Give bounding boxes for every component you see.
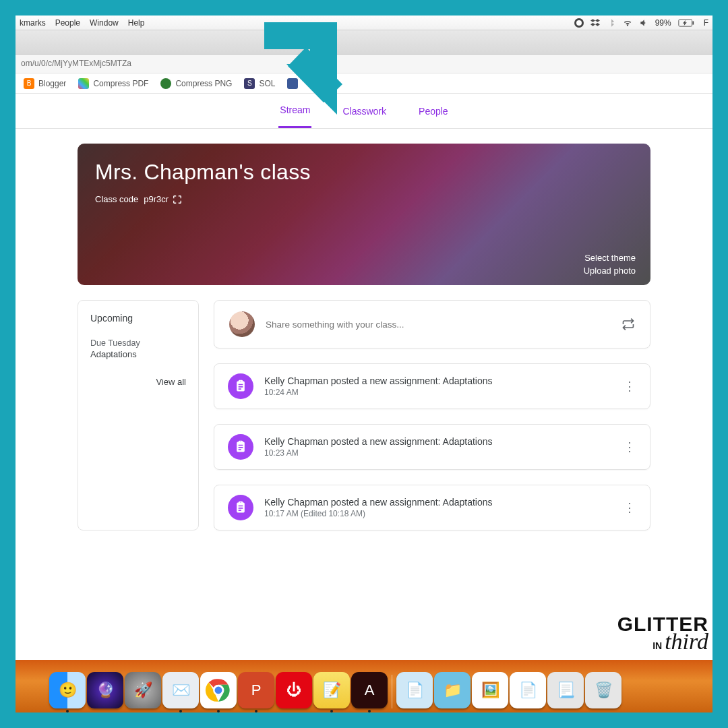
dock-launchpad[interactable]: 🚀 bbox=[125, 672, 161, 708]
dock-chrome[interactable] bbox=[200, 672, 237, 708]
annotation-arrow-icon bbox=[256, 13, 347, 115]
post-time: 10:24 AM bbox=[264, 388, 612, 397]
bookmark-label: Compress PNG bbox=[175, 79, 232, 88]
menu-cut-right: F bbox=[704, 18, 708, 28]
bluetooth-icon[interactable] bbox=[607, 18, 616, 28]
dock-word-doc[interactable]: 📄 bbox=[396, 672, 433, 708]
post-text: Kelly Chapman posted a new assignment: A… bbox=[264, 497, 612, 508]
stream-post[interactable]: Kelly Chapman posted a new assignment: A… bbox=[214, 424, 650, 470]
svg-rect-1 bbox=[692, 21, 694, 24]
assignment-icon bbox=[228, 495, 253, 520]
dock-folder[interactable]: 📁 bbox=[434, 672, 471, 708]
watermark: GLITTER IN third bbox=[617, 615, 708, 652]
watermark-line2: IN bbox=[653, 640, 662, 651]
dock-chrome-doc[interactable]: 📄 bbox=[510, 672, 546, 708]
address-bar[interactable]: om/u/0/c/MjYyMTExMjc5MTZa bbox=[16, 55, 712, 73]
dock-trash[interactable]: 🗑️ bbox=[585, 672, 621, 708]
dock-powerpoint[interactable]: P bbox=[238, 672, 274, 708]
post-time: 10:23 AM bbox=[264, 448, 612, 458]
post-menu-icon[interactable]: ⋮ bbox=[623, 439, 636, 454]
tab-classwork[interactable]: Classwork bbox=[341, 95, 388, 127]
bookmark-compress-png[interactable]: Compress PNG bbox=[160, 78, 232, 89]
bookmark-blogger[interactable]: B Blogger bbox=[24, 78, 66, 89]
upcoming-due: Due Tuesday bbox=[90, 338, 186, 348]
class-code: p9r3cr bbox=[144, 194, 169, 204]
dock-mail[interactable]: ✉️ bbox=[162, 672, 199, 708]
post-text: Kelly Chapman posted a new assignment: A… bbox=[264, 375, 612, 386]
dock-image[interactable]: 🖼️ bbox=[472, 672, 508, 708]
post-time: 10:17 AM (Edited 10:18 AM) bbox=[264, 509, 612, 518]
upcoming-assignment[interactable]: Adaptations bbox=[90, 349, 186, 359]
svg-point-4 bbox=[214, 686, 222, 694]
assignment-icon bbox=[228, 434, 253, 460]
assignment-icon bbox=[228, 373, 253, 399]
battery-icon[interactable] bbox=[678, 19, 694, 27]
volume-icon[interactable] bbox=[639, 18, 648, 28]
upcoming-card: Upcoming Due Tuesday Adaptations View al… bbox=[78, 300, 199, 530]
post-text: Kelly Chapman posted a new assignment: A… bbox=[264, 436, 612, 447]
screencast-icon[interactable] bbox=[574, 18, 584, 28]
upload-photo-link[interactable]: Upload photo bbox=[584, 266, 636, 276]
view-all-link[interactable]: View all bbox=[90, 377, 186, 387]
post-menu-icon[interactable]: ⋮ bbox=[623, 379, 636, 394]
dock-acrobat[interactable]: A bbox=[351, 672, 388, 708]
class-title: Mrs. Chapman's class bbox=[95, 160, 633, 185]
dock-shutdown[interactable]: ⏻ bbox=[276, 672, 312, 708]
menu-people[interactable]: People bbox=[55, 18, 80, 28]
dock: 🙂 🔮 🚀 ✉️ P ⏻ 📝 A 📄 📁 🖼️ 📄 📃 🗑️ bbox=[49, 665, 679, 708]
share-box[interactable] bbox=[214, 300, 650, 348]
dropbox-icon[interactable] bbox=[590, 18, 600, 28]
stream-post[interactable]: Kelly Chapman posted a new assignment: A… bbox=[214, 485, 650, 530]
bookmarks-bar: B Blogger Compress PDF Compress PNG S SO… bbox=[16, 73, 712, 94]
class-hero: Mrs. Chapman's class Class code p9r3cr S… bbox=[78, 144, 650, 285]
class-tabs: Stream Classwork People bbox=[16, 94, 712, 129]
battery-percent: 99% bbox=[655, 18, 671, 28]
menu-help[interactable]: Help bbox=[128, 18, 145, 28]
user-avatar bbox=[229, 311, 255, 337]
dock-siri[interactable]: 🔮 bbox=[87, 672, 123, 708]
select-theme-link[interactable]: Select theme bbox=[584, 253, 636, 263]
dock-stickies[interactable]: 📝 bbox=[313, 672, 350, 708]
post-menu-icon[interactable]: ⋮ bbox=[623, 500, 636, 515]
mac-menubar: kmarks People Window Help 99% F bbox=[16, 16, 712, 30]
upcoming-heading: Upcoming bbox=[90, 313, 186, 324]
tab-people[interactable]: People bbox=[417, 95, 450, 127]
bookmark-label: Blogger bbox=[38, 79, 66, 88]
dock-separator bbox=[392, 675, 392, 708]
browser-toolbar bbox=[16, 30, 712, 55]
bookmark-compress-pdf[interactable]: Compress PDF bbox=[78, 78, 148, 89]
watermark-line3: third bbox=[665, 629, 708, 654]
svg-rect-6 bbox=[264, 22, 335, 49]
wifi-icon[interactable] bbox=[623, 18, 632, 28]
bookmark-label: Compress PDF bbox=[93, 79, 148, 88]
dock-text-doc[interactable]: 📃 bbox=[547, 672, 584, 708]
dock-background: 🙂 🔮 🚀 ✉️ P ⏻ 📝 A 📄 📁 🖼️ 📄 📃 🗑️ bbox=[16, 660, 712, 712]
fullscreen-icon[interactable] bbox=[173, 195, 182, 204]
menu-window[interactable]: Window bbox=[90, 18, 119, 28]
stream-post[interactable]: Kelly Chapman posted a new assignment: A… bbox=[214, 363, 650, 409]
menu-bookmarks[interactable]: kmarks bbox=[20, 18, 46, 28]
dock-finder[interactable]: 🙂 bbox=[49, 672, 86, 708]
reuse-post-icon[interactable] bbox=[621, 317, 635, 331]
share-input[interactable] bbox=[266, 320, 611, 330]
class-code-label: Class code bbox=[95, 194, 138, 204]
